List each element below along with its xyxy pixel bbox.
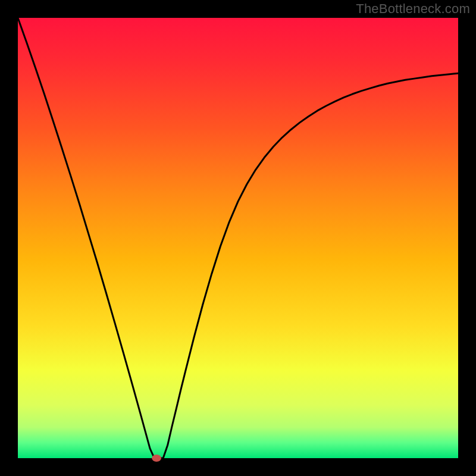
optimum-marker-icon <box>152 455 161 462</box>
chart-svg <box>0 0 476 476</box>
plot-background <box>18 18 458 458</box>
watermark-text: TheBottleneck.com <box>356 1 470 17</box>
chart-stage: TheBottleneck.com <box>0 0 476 476</box>
